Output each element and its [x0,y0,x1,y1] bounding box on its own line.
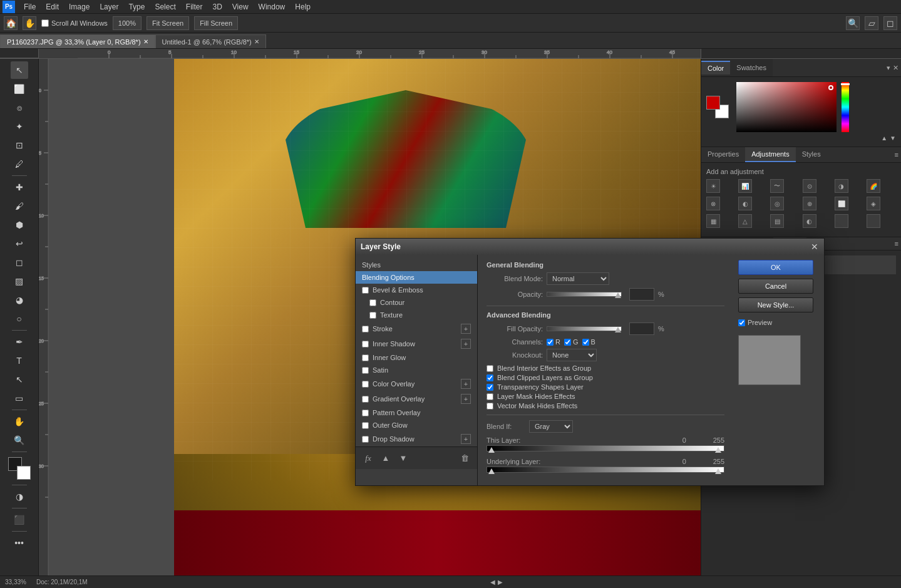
move-down-icon[interactable]: ▼ [397,452,409,465]
channel-r-group: R [547,338,560,346]
preview-label: Preview [748,319,772,326]
style-texture-checkbox[interactable] [369,312,376,319]
style-stroke-plus[interactable]: + [461,324,471,334]
underlying-layer-track[interactable] [487,467,724,473]
style-bevel-emboss[interactable]: Bevel & Emboss [356,284,477,296]
style-bevel-label: Bevel & Emboss [373,286,471,294]
style-inner-shadow-plus[interactable]: + [461,339,471,349]
style-inner-glow[interactable]: Inner Glow [356,351,477,364]
style-color-overlay-checkbox[interactable] [362,381,369,388]
channel-g-group: G [564,338,579,346]
style-blending-options[interactable]: Blending Options [356,271,477,284]
style-drop-shadow-checkbox[interactable] [362,436,369,443]
preview-checkbox[interactable] [738,319,745,326]
style-gradient-overlay-plus[interactable]: + [461,394,471,404]
vector-mask-row: Vector Mask Hides Effects [487,402,724,410]
style-inner-shadow-checkbox[interactable] [362,341,369,348]
style-contour[interactable]: Contour [356,296,477,309]
style-inner-shadow-label: Inner Shadow [373,340,457,348]
style-stroke[interactable]: Stroke + [356,321,477,336]
cancel-button[interactable]: Cancel [738,279,813,294]
underlying-layer-slider-container: Underlying Layer: 0 255 [487,458,724,473]
vector-mask-checkbox[interactable] [487,403,493,410]
style-stroke-label: Stroke [373,325,457,333]
knockout-select[interactable]: None Shallow Deep [547,349,597,361]
fill-opacity-row: Fill Opacity: 100 % [487,322,724,335]
style-bevel-checkbox[interactable] [362,287,369,294]
blend-if-label: Blend If: [487,423,524,430]
underlying-layer-label: Underlying Layer: [487,458,540,465]
channel-g-checkbox[interactable] [564,339,571,346]
style-satin-label: Satin [373,366,471,374]
style-color-overlay-plus[interactable]: + [461,379,471,389]
channel-b-label: B [591,338,595,346]
blend-interior-checkbox[interactable] [487,365,493,372]
this-layer-thumb-left[interactable] [488,447,495,453]
fill-opacity-input[interactable]: 100 [629,322,654,335]
layer-mask-row: Layer Mask Hides Effects [487,393,724,400]
this-layer-min: 0 [682,436,686,444]
blend-interior-row: Blend Interior Effects as Group [487,364,724,372]
blend-if-select[interactable]: Gray Red Green Blue [529,420,573,433]
underlying-layer-values: 0 255 [682,458,724,465]
underlying-thumb-left[interactable] [488,468,495,474]
fill-opacity-slider[interactable] [547,326,622,331]
blend-clipped-checkbox[interactable] [487,374,493,381]
channel-b-checkbox[interactable] [582,339,589,346]
style-drop-shadow[interactable]: Drop Shadow + [356,431,477,446]
styles-header: Styles [356,259,477,271]
style-pattern-overlay-label: Pattern Overlay [373,409,471,416]
blend-mode-select[interactable]: Normal Dissolve Multiply Screen Overlay [547,272,609,285]
dialog-close-button[interactable]: ✕ [810,242,819,251]
blend-clipped-label: Blend Clipped Layers as Group [497,374,593,381]
styles-label: Styles [362,261,471,269]
this-layer-thumb-right[interactable] [715,447,721,453]
move-up-icon[interactable]: ▲ [379,452,392,465]
style-texture-label: Texture [380,311,471,319]
delete-style-icon[interactable]: 🗑 [458,452,471,465]
style-pattern-overlay-checkbox[interactable] [362,410,369,416]
preview-check-row: Preview [738,319,819,326]
this-layer-slider-container: This Layer: 0 255 [487,436,724,451]
new-style-button[interactable]: New Style... [738,297,813,312]
style-gradient-overlay-checkbox[interactable] [362,396,369,403]
this-layer-values: 0 255 [682,436,724,444]
opacity-input[interactable]: 100 [629,288,654,301]
channels-row: Channels: R G B [487,338,724,346]
dialog-body: Styles Blending Options Bevel & Emboss C… [356,255,824,485]
style-inner-shadow[interactable]: Inner Shadow + [356,336,477,351]
style-outer-glow-checkbox[interactable] [362,422,369,429]
this-layer-track[interactable] [487,445,724,451]
style-satin-checkbox[interactable] [362,367,369,374]
blend-interior-label: Blend Interior Effects as Group [497,364,591,372]
knockout-label: Knockout: [487,351,543,359]
style-drop-shadow-plus[interactable]: + [461,434,471,444]
style-gradient-overlay[interactable]: Gradient Overlay + [356,391,477,406]
transparency-shapes-checkbox[interactable] [487,384,493,391]
opacity-row: Opacity: 100 % [487,288,724,301]
style-stroke-checkbox[interactable] [362,326,369,333]
fill-percent: % [658,325,664,333]
channel-r-checkbox[interactable] [547,339,553,346]
blending-options-content: General Blending Blend Mode: Normal Diss… [478,255,733,485]
underlying-thumb-right[interactable] [715,468,721,474]
style-color-overlay[interactable]: Color Overlay + [356,376,477,391]
style-pattern-overlay[interactable]: Pattern Overlay [356,406,477,419]
channels-label: Channels: [487,338,543,346]
opacity-label: Opacity: [487,291,543,298]
ok-button[interactable]: OK [738,260,813,275]
style-inner-glow-checkbox[interactable] [362,354,369,361]
style-texture[interactable]: Texture [356,309,477,321]
dialog-title-bar: Layer Style ✕ [356,239,824,255]
opacity-slider[interactable] [547,292,622,297]
divider-1 [487,306,724,306]
dialog-title: Layer Style [361,242,401,251]
style-contour-label: Contour [380,299,471,306]
this-layer-label-row: This Layer: 0 255 [487,436,724,444]
style-outer-glow[interactable]: Outer Glow [356,419,477,431]
layer-mask-checkbox[interactable] [487,393,493,400]
style-satin[interactable]: Satin [356,364,477,376]
dialog-overlay: Layer Style ✕ Styles Blending Options Be… [0,0,901,588]
style-contour-checkbox[interactable] [369,299,376,306]
footer-icons: fx ▲ ▼ [362,452,409,465]
